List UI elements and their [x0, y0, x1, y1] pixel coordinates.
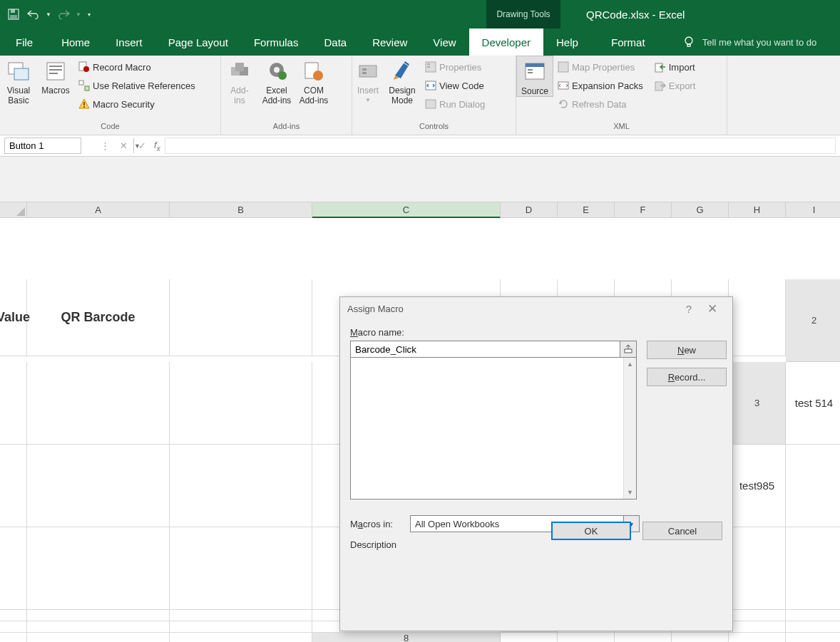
lightbulb-icon [682, 36, 695, 48]
listbox-scrollbar[interactable]: ▲ ▼ [623, 358, 636, 499]
col-header-A[interactable]: A [27, 202, 170, 218]
svg-rect-10 [49, 73, 58, 74]
design-mode-button[interactable]: Design Mode [384, 56, 421, 105]
svg-rect-28 [362, 72, 367, 74]
qat-customize-icon[interactable]: ▾ [84, 6, 94, 23]
col-header-F[interactable]: F [615, 202, 672, 218]
svg-rect-33 [427, 66, 430, 68]
macro-name-label: Macro name: [350, 327, 722, 338]
undo-dropdown-icon[interactable]: ▼ [44, 6, 53, 23]
run-dialog-icon [425, 98, 436, 110]
tab-page-layout[interactable]: Page Layout [155, 29, 241, 56]
tab-view[interactable]: View [420, 29, 468, 56]
record-macro-button[interactable]: Record Macro [76, 58, 198, 76]
col-header-B[interactable]: B [170, 202, 312, 218]
record-button[interactable]: Record... [647, 368, 727, 386]
row-header-3[interactable]: 3 [729, 362, 786, 445]
undo-icon[interactable] [24, 6, 43, 23]
row-header-8[interactable]: 8 [312, 633, 501, 642]
tab-format[interactable]: Format [591, 29, 665, 56]
import-icon [655, 61, 666, 73]
import-button[interactable]: Import [652, 58, 699, 76]
scroll-down-icon[interactable]: ▼ [624, 486, 636, 499]
svg-rect-6 [14, 68, 29, 80]
cell-B2[interactable] [0, 362, 27, 445]
cell-A3[interactable]: test 514 [786, 362, 840, 445]
svg-point-23 [278, 71, 287, 80]
com-addins-button[interactable]: COM Add-ins [295, 56, 332, 105]
col-header-I[interactable]: I [786, 202, 840, 218]
svg-rect-27 [362, 68, 367, 71]
cell-A1[interactable]: Value [0, 279, 27, 356]
cell-E4[interactable] [27, 527, 170, 610]
new-button[interactable]: New [647, 341, 727, 359]
dialog-help-icon[interactable]: ? [678, 303, 700, 315]
col-header-D[interactable]: D [501, 202, 558, 218]
expansion-packs-button[interactable]: Expansion Packs [555, 77, 646, 94]
svg-rect-45 [625, 349, 632, 353]
row-header-2[interactable]: 2 [786, 279, 840, 362]
tell-me-label: Tell me what you want to do [702, 37, 816, 48]
excel-addins-button[interactable]: Excel Add-ins [258, 56, 295, 105]
formula-input[interactable] [165, 138, 836, 154]
collapse-dialog-icon[interactable] [620, 341, 637, 358]
com-addins-icon [302, 60, 325, 83]
cell-I1[interactable] [729, 279, 786, 356]
col-header-C[interactable]: C [312, 202, 501, 218]
cell-C3[interactable] [0, 445, 27, 527]
tab-home[interactable]: Home [48, 29, 103, 56]
svg-rect-16 [83, 102, 85, 105]
design-mode-icon [391, 60, 414, 83]
cell-B1[interactable]: QR Barcode [27, 279, 170, 356]
cancel-button[interactable]: Cancel [642, 522, 722, 540]
view-code-button[interactable]: View Code [422, 77, 488, 94]
cell-D2[interactable] [170, 362, 312, 445]
ok-button[interactable]: OK [551, 522, 631, 540]
dialog-close-icon[interactable]: ✕ [700, 301, 725, 316]
cell-D3[interactable] [27, 445, 170, 527]
svg-rect-7 [47, 63, 64, 80]
tab-data[interactable]: Data [311, 29, 359, 56]
col-header-G[interactable]: G [672, 202, 729, 218]
cell-C2[interactable] [27, 362, 170, 445]
cell-B4[interactable] [786, 445, 840, 527]
cell-E3[interactable] [170, 445, 312, 527]
redo-icon[interactable] [54, 6, 73, 23]
svg-rect-14 [85, 86, 89, 90]
tab-insert[interactable]: Insert [103, 29, 155, 56]
tab-file[interactable]: File [0, 29, 48, 56]
macro-name-input[interactable] [350, 341, 620, 358]
tab-review[interactable]: Review [359, 29, 420, 56]
cancel-formula-icon: ✕ [114, 138, 133, 154]
col-header-H[interactable]: H [729, 202, 786, 218]
svg-rect-13 [79, 81, 83, 85]
dialog-titlebar[interactable]: Assign Macro ? ✕ [340, 297, 732, 320]
svg-point-22 [274, 67, 280, 73]
name-box[interactable]: ▼ [4, 138, 81, 154]
visual-basic-button[interactable]: Visual Basic [0, 56, 37, 105]
save-icon[interactable] [4, 6, 23, 23]
group-label-controls: Controls [352, 122, 516, 135]
tell-me-search[interactable]: Tell me what you want to do [665, 29, 816, 56]
macro-security-button[interactable]: Macro Security [76, 95, 198, 113]
cell-A4[interactable]: test985 [729, 445, 786, 527]
scroll-up-icon[interactable]: ▲ [624, 358, 636, 371]
col-header-E[interactable]: E [558, 202, 615, 218]
tab-help[interactable]: Help [543, 29, 591, 56]
macros-button[interactable]: Macros [37, 56, 74, 95]
cell-F4[interactable] [170, 527, 312, 610]
cell-D4[interactable] [0, 527, 27, 610]
macros-icon [44, 60, 67, 83]
source-button[interactable]: Source [516, 56, 553, 97]
macro-listbox[interactable]: ▲ ▼ [350, 357, 637, 499]
tab-developer[interactable]: Developer [469, 29, 543, 56]
use-relative-references-button[interactable]: Use Relative References [76, 77, 198, 94]
visual-basic-icon [7, 60, 30, 83]
select-all-button[interactable] [0, 202, 27, 218]
redo-dropdown-icon[interactable]: ▼ [74, 6, 83, 23]
fx-icon[interactable]: fx [154, 140, 160, 152]
tab-formulas[interactable]: Formulas [241, 29, 312, 56]
cell-C1[interactable] [170, 279, 312, 356]
svg-rect-26 [359, 66, 377, 77]
svg-rect-37 [526, 63, 544, 67]
